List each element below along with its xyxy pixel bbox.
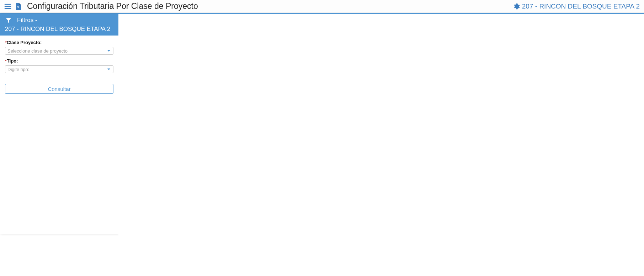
clase-proyecto-select-wrap [5,47,113,55]
form-group-clase-proyecto: *Clase Proyecto: [5,39,113,55]
svg-text:x: x [17,5,19,9]
page-title: Configuración Tributaria Por Clase de Pr… [27,1,198,11]
header-context[interactable]: 207 - RINCON DEL BOSQUE ETAPA 2 [513,2,640,10]
header-left: x Configuración Tributaria Por Clase de … [4,1,198,11]
sidebar-title-prefix: Filtros - [17,16,37,25]
filters-sidebar: Filtros - 207 - RINCON DEL BOSQUE ETAPA … [0,14,118,234]
layout: Filtros - 207 - RINCON DEL BOSQUE ETAPA … [0,14,644,276]
tipo-input[interactable] [5,65,113,73]
consultar-button[interactable]: Consultar [5,84,113,94]
gear-icon [513,3,520,10]
menu-icon[interactable] [4,3,11,10]
context-label: 207 - RINCON DEL BOSQUE ETAPA 2 [522,2,640,10]
tipo-select-wrap [5,65,113,73]
tipo-label: Tipo: [7,58,18,64]
clase-proyecto-select[interactable] [5,47,113,55]
sidebar-header: Filtros - 207 - RINCON DEL BOSQUE ETAPA … [0,14,118,36]
app-header: x Configuración Tributaria Por Clase de … [0,0,644,13]
main-content [118,14,644,276]
filters-form: *Clase Proyecto: *Tipo: Consultar [0,36,118,97]
form-group-tipo: *Tipo: [5,58,113,73]
filter-icon [5,17,12,24]
sidebar-title-context: 207 - RINCON DEL BOSQUE ETAPA 2 [5,25,110,34]
clase-proyecto-label: Clase Proyecto: [7,40,42,45]
excel-export-icon[interactable]: x [15,3,21,10]
